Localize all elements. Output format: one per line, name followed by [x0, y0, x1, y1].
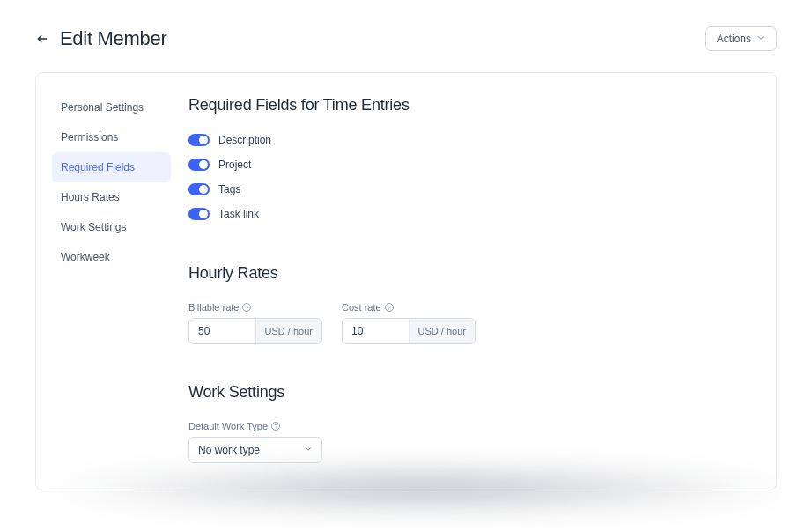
chevron-down-icon — [304, 444, 313, 456]
help-icon[interactable]: ? — [242, 303, 251, 312]
actions-button[interactable]: Actions — [705, 26, 777, 51]
toggle-project[interactable] — [188, 159, 210, 171]
actions-label: Actions — [717, 33, 751, 45]
billable-rate-label: Billable rate ? — [188, 302, 322, 313]
sidebar-item-permissions[interactable]: Permissions — [52, 122, 171, 152]
settings-content: Required Fields for Time Entries Descrip… — [188, 92, 760, 463]
sidebar-item-hours-rates[interactable]: Hours Rates — [52, 182, 171, 212]
hourly-rates-title: Hourly Rates — [188, 264, 760, 283]
toggle-task-link[interactable] — [188, 208, 210, 220]
toggle-row-project: Project — [188, 159, 760, 171]
page-title: Edit Member — [60, 27, 166, 50]
toggle-label-task-link: Task link — [218, 208, 259, 220]
cost-rate-label: Cost rate ? — [342, 302, 476, 313]
work-settings-title: Work Settings — [188, 383, 760, 402]
default-work-type-value: No work type — [198, 444, 260, 456]
toggle-description[interactable] — [188, 134, 210, 146]
cost-rate-label-text: Cost rate — [342, 302, 381, 313]
billable-rate-label-text: Billable rate — [188, 302, 239, 313]
cost-rate-unit: USD / hour — [409, 319, 475, 343]
toggle-label-tags: Tags — [218, 183, 240, 195]
toggle-tags[interactable] — [188, 183, 210, 195]
back-arrow-icon[interactable] — [35, 32, 49, 46]
toggle-label-description: Description — [218, 134, 271, 146]
billable-rate-group: Billable rate ? USD / hour — [188, 302, 322, 344]
billable-rate-unit: USD / hour — [255, 319, 321, 343]
required-fields-title: Required Fields for Time Entries — [188, 96, 760, 114]
settings-sidebar: Personal Settings Permissions Required F… — [52, 92, 171, 463]
sidebar-item-work-settings[interactable]: Work Settings — [52, 212, 171, 242]
settings-card: Personal Settings Permissions Required F… — [35, 72, 777, 490]
billable-rate-input[interactable] — [189, 319, 255, 343]
default-work-type-select[interactable]: No work type — [188, 437, 322, 463]
toggle-row-task-link: Task link — [188, 208, 760, 220]
toggle-row-tags: Tags — [188, 183, 760, 195]
cost-rate-input[interactable] — [343, 319, 409, 343]
cost-rate-group: Cost rate ? USD / hour — [342, 302, 476, 344]
help-icon[interactable]: ? — [271, 422, 280, 431]
default-work-type-label: Default Work Type ? — [188, 421, 760, 431]
chevron-down-icon — [757, 33, 765, 45]
help-icon[interactable]: ? — [385, 303, 394, 312]
sidebar-item-personal-settings[interactable]: Personal Settings — [52, 92, 171, 122]
sidebar-item-workweek[interactable]: Workweek — [52, 242, 171, 272]
toggle-row-description: Description — [188, 134, 760, 146]
sidebar-item-required-fields[interactable]: Required Fields — [52, 152, 171, 182]
default-work-type-label-text: Default Work Type — [188, 421, 268, 431]
toggle-label-project: Project — [218, 159, 251, 171]
